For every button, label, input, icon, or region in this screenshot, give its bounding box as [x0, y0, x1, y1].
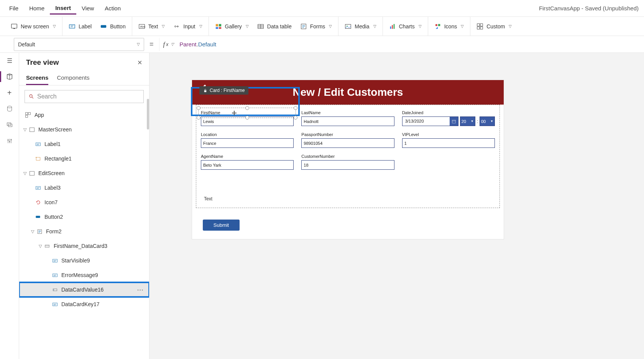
tree-node-icon7[interactable]: Icon7 — [19, 195, 149, 210]
tree-node-masterscreen[interactable]: ▽ MasterScreen — [19, 122, 149, 137]
card-agent[interactable]: AgentName — [199, 153, 295, 172]
menu-action[interactable]: Action — [99, 3, 126, 14]
resize-handle[interactable] — [294, 106, 297, 110]
card-custno[interactable]: CustomerNumber — [300, 153, 396, 172]
calendar-icon[interactable] — [450, 117, 458, 126]
insert-label-button[interactable]: Label — [69, 23, 92, 30]
insert-forms-label: Forms — [310, 23, 325, 30]
tools-icon[interactable] — [5, 136, 14, 146]
card-lastname[interactable]: LastName — [300, 110, 396, 128]
insert-media-label: Media — [355, 23, 369, 30]
resize-handle[interactable] — [245, 106, 249, 110]
media-rail-icon[interactable] — [5, 120, 14, 130]
svg-rect-31 — [26, 113, 28, 115]
tree-node-editscreen[interactable]: ▽ EditScreen — [19, 166, 149, 180]
form-area[interactable]: FirstName LastName DateJoined 3/13/2020 … — [196, 105, 500, 208]
tree-node-starvisible9[interactable]: StarVisible9 — [19, 253, 149, 268]
vip-input[interactable] — [402, 138, 495, 148]
svg-rect-32 — [28, 113, 31, 115]
insert-gallery-label: Gallery — [225, 23, 242, 30]
insert-media-button[interactable]: Media▽ — [345, 23, 376, 30]
tree-node-datacard3[interactable]: ▽ FirstName_DataCard3 — [19, 239, 149, 253]
canvas-area[interactable]: New / Edit Customers FirstName LastName … — [150, 53, 644, 359]
input-icon — [173, 23, 180, 30]
button-icon — [34, 213, 41, 220]
agent-input[interactable] — [201, 160, 294, 170]
insert-charts-button[interactable]: Charts▽ — [389, 23, 422, 30]
menu-view[interactable]: View — [76, 3, 99, 14]
screen-icon — [28, 170, 35, 177]
tree-node-errormessage9[interactable]: ErrorMessage9 — [19, 268, 149, 282]
date-input[interactable]: 3/13/2020 — [402, 116, 458, 126]
add-icon[interactable]: + — [5, 88, 14, 97]
insert-icons-label: Icons — [444, 23, 457, 30]
passport-input[interactable] — [301, 138, 394, 148]
hamburger-icon[interactable]: ☰ — [5, 56, 14, 65]
chevron-down-icon: ▼ — [471, 120, 474, 123]
form-icon — [36, 228, 43, 235]
chevron-down-icon[interactable]: ▽ — [21, 171, 28, 176]
insert-label-text: Label — [79, 23, 92, 30]
submit-button[interactable]: Submit — [203, 220, 240, 231]
tree-label: ErrorMessage9 — [61, 272, 98, 278]
tree-node-rectangle1[interactable]: Rectangle1 — [19, 151, 149, 166]
menu-home[interactable]: Home — [24, 3, 50, 14]
resize-handle[interactable] — [197, 106, 200, 110]
tree-node-datacardkey17[interactable]: DataCardKey17 — [19, 297, 149, 311]
svg-rect-16 — [392, 25, 393, 29]
resize-handle[interactable] — [197, 116, 200, 120]
card-location[interactable]: Location — [199, 131, 295, 150]
data-icon[interactable] — [5, 104, 14, 113]
menu-insert[interactable]: Insert — [50, 2, 76, 15]
card-datejoined[interactable]: DateJoined 3/13/2020 20▼ : 00▼ — [401, 110, 496, 128]
insert-custom-button[interactable]: Custom▽ — [476, 23, 512, 30]
insert-datatable-button[interactable]: Data table — [257, 23, 292, 30]
property-dropdown[interactable]: Default ▽ — [14, 38, 144, 51]
label-icon — [34, 141, 41, 148]
tree-search-input[interactable]: Search — [25, 90, 144, 103]
svg-rect-46 — [53, 303, 57, 306]
card-vip[interactable]: VIPLevel — [401, 131, 496, 150]
more-icon[interactable]: ··· — [137, 287, 144, 293]
custno-input[interactable] — [301, 160, 394, 170]
menu-file[interactable]: File — [4, 3, 24, 14]
resize-handle[interactable] — [294, 116, 297, 120]
vip-label: VIPLevel — [402, 132, 495, 137]
lastname-input[interactable] — [301, 116, 394, 126]
svg-point-30 — [30, 95, 32, 97]
formula-bar[interactable]: fx▽ Parent.Default — [159, 38, 644, 51]
tree-node-label1[interactable]: Label1 — [19, 137, 149, 151]
tree-view-icon[interactable] — [5, 72, 14, 81]
insert-gallery-button[interactable]: Gallery▽ — [215, 23, 249, 30]
tree-label: Rectangle1 — [44, 156, 72, 162]
tree-node-button2[interactable]: Button2 — [19, 210, 149, 224]
tab-components[interactable]: Components — [57, 71, 89, 85]
location-input[interactable] — [201, 138, 294, 148]
chevron-down-icon[interactable]: ▽ — [21, 127, 28, 132]
chevron-down-icon[interactable]: ▽ — [37, 244, 44, 249]
new-screen-button[interactable]: New screen▽ — [11, 23, 56, 30]
tree-node-app[interactable]: App — [19, 108, 149, 122]
card-passport[interactable]: PassportNumber — [300, 131, 396, 150]
insert-button-button[interactable]: Button — [100, 23, 125, 30]
tree-node-label3[interactable]: Label3 — [19, 180, 149, 195]
chevron-down-icon[interactable]: ▽ — [29, 229, 36, 234]
minute-select[interactable]: 00▼ — [480, 116, 495, 126]
close-icon[interactable]: ✕ — [137, 59, 142, 66]
chevron-down-icon: ▽ — [373, 24, 376, 28]
screen-icon — [28, 126, 35, 133]
equals-icon: = — [144, 40, 159, 48]
app-icon — [25, 111, 31, 118]
tab-screens[interactable]: Screens — [26, 71, 48, 85]
resize-handle[interactable] — [245, 116, 249, 120]
insert-icons-button[interactable]: Icons▽ — [434, 23, 464, 30]
tree-node-form2[interactable]: ▽ Form2 — [19, 224, 149, 239]
label-icon — [51, 272, 58, 279]
lock-icon — [203, 89, 207, 93]
tree-node-datacardvalue16[interactable]: DataCardValue16 ··· — [19, 282, 149, 297]
insert-text-button[interactable]: Abc Text▽ — [138, 23, 165, 30]
insert-input-button[interactable]: Input▽ — [173, 23, 202, 30]
insert-forms-button[interactable]: Forms▽ — [300, 23, 332, 30]
hour-select[interactable]: 20▼ — [460, 116, 475, 126]
tree-label: Label3 — [44, 185, 61, 191]
